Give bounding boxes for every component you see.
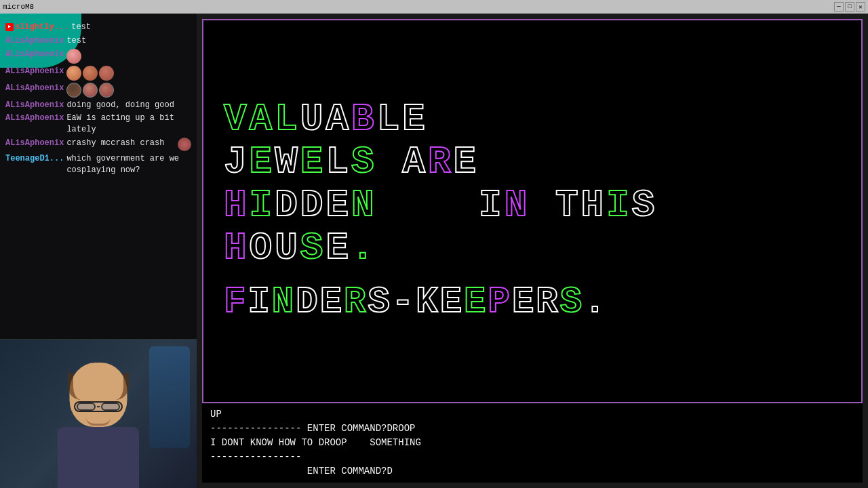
emote-face [99,83,114,98]
minimize-button[interactable]: — [834,2,844,12]
letter-r: R [428,140,454,184]
letter-e9: E [464,281,488,323]
letter-b: B [351,98,377,141]
emote-face [66,83,81,98]
letter-o: O [250,226,275,270]
list-item: ▶ slightly... test [5,22,191,33]
emote-row [66,83,114,98]
maximize-button[interactable]: □ [845,2,854,12]
letter-d2: D [300,184,326,227]
letter-i3: I [606,184,632,227]
hair-sides [68,373,129,400]
body-shape [58,427,139,488]
window-title: microM8 [3,3,34,11]
window-controls: — □ ✕ [834,2,865,12]
list-item: ALisAphoenix EaW is acting up a bit late… [5,113,191,136]
letter-k: K [416,281,439,323]
emote-row [66,49,81,64]
letter-p: P [488,281,511,323]
chat-text: test [66,35,191,47]
list-item: ALisAphoenix test [5,35,191,47]
letter-n2: N [505,184,530,227]
title-bar: microM8 — □ ✕ [0,0,868,14]
terminal-line-4: ---------------- [210,450,854,464]
letter-period2: . [584,281,608,323]
list-item: ALisAphoenix crashy mccrash crash [5,138,191,151]
chat-text: crashy mccrash crash [66,138,174,149]
chat-text: doing good, doing good [66,100,191,111]
letter-v: V [224,98,250,141]
streamer-figure [31,352,166,488]
letter-e7: E [320,281,344,323]
chat-username-alisaphoenix: ALisAphoenix [5,49,64,60]
game-line-finders: FINDERS-KEEPERS. [224,282,841,322]
game-text-area: VALUABLE JEWELS ARE HIDDEN IN THIS HOUSE… [203,85,861,338]
main-layout: ▶ slightly... test ALisAphoenix test ALi… [0,14,868,488]
letter-r3: R [536,281,559,323]
glasses [74,401,123,412]
emote-face [66,49,81,64]
webcam-area [0,339,197,488]
letter-a2: A [326,98,351,141]
letter-e3: E [300,140,326,184]
letter-e2: E [250,140,275,184]
letter-h: H [224,184,250,227]
bg-decor [149,346,190,448]
letter-r2: R [344,281,368,323]
chat-sidebar: ▶ slightly... test ALisAphoenix test ALi… [0,14,197,488]
emote-crash [178,138,191,151]
close-button[interactable]: ✕ [856,2,865,12]
game-line-valuable: VALUABLE [224,99,841,141]
letter-u2: U [275,226,300,270]
chat-username-alisaphoenix: ALisAphoenix [5,35,64,47]
letter-e8: E [440,281,464,323]
game-screen: VALUABLE JEWELS ARE HIDDEN IN THIS HOUSE… [202,19,863,403]
letter-dash: - [392,281,416,323]
emote-face [66,66,81,81]
letter-l3: L [326,140,351,184]
letter-d: D [275,184,300,227]
live-icon: ▶ [5,23,14,31]
list-item: ALisAphoenix [5,83,191,98]
letter-e6: E [326,226,351,270]
letter-n3: N [272,281,296,323]
chat-username-teenaged: TeenageD1... [5,153,64,165]
letter-t2: T [555,184,581,227]
letter-i4: I [248,281,271,323]
list-item: ALisAphoenix doing good, doing good [5,100,191,111]
letter-s5: S [560,281,584,323]
terminal-line-3: I DONT KNOW HOW TO DROOP SOMETHING [210,436,854,450]
letter-i2: I [479,184,505,227]
chat-username-alisaphoenix: ALisAphoenix [5,83,64,94]
letter-e10: E [512,281,536,323]
letter-s: S [351,140,377,184]
chat-text: test [71,22,191,33]
letter-e4: E [453,140,479,184]
emote-row [66,66,114,81]
chat-messages: ▶ slightly... test ALisAphoenix test ALi… [0,14,197,339]
letter-s4: S [368,281,391,323]
emote-face [83,66,98,81]
letter-s2: S [632,184,658,227]
letter-a3: A [402,140,428,184]
letter-l2: L [377,98,403,141]
game-line-hidden: HIDDEN IN THIS [224,185,841,227]
letter-a1: A [250,98,275,141]
chat-username-slightly: ▶ slightly... [5,22,68,33]
terminal-area: UP ---------------- ENTER COMMAND?DROOP … [202,403,863,483]
emote-face [99,66,114,81]
chat-username-alisaphoenix: ALisAphoenix [5,138,64,149]
list-item: TeenageD1... which government are we cos… [5,153,191,176]
letter-e5: E [326,184,351,227]
list-item: ALisAphoenix [5,49,191,64]
chat-username-alisaphoenix: ALisAphoenix [5,113,64,124]
terminal-line-1: UP [210,407,854,422]
letter-h3: H [224,226,250,270]
game-line-jewels: JEWELS ARE [224,142,841,184]
chat-username-alisaphoenix: ALisAphoenix [5,100,64,111]
letter-j: J [224,140,250,184]
chat-username-alisaphoenix: ALisAphoenix [5,66,64,77]
main-content: VALUABLE JEWELS ARE HIDDEN IN THIS HOUSE… [197,14,868,488]
list-item: ALisAphoenix [5,66,191,81]
letter-n: N [351,184,377,227]
